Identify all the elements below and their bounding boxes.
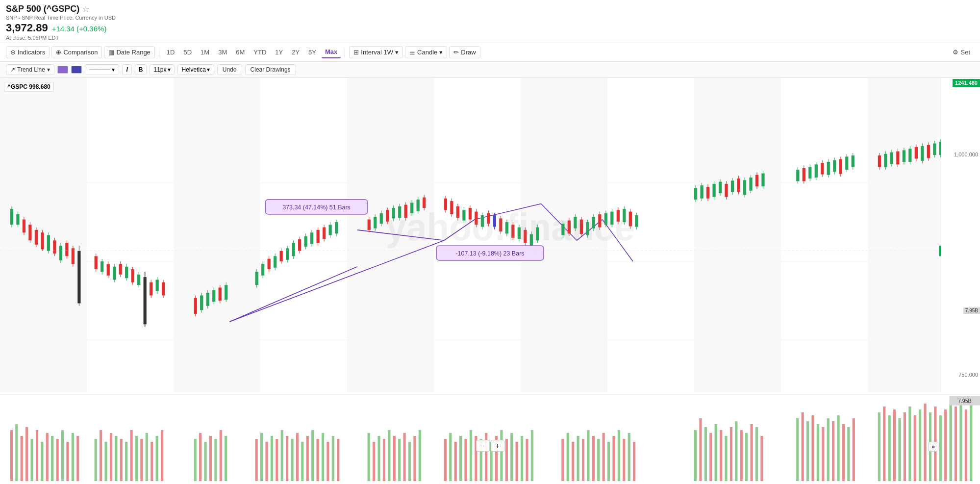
svg-rect-314 <box>317 439 319 481</box>
candle-icon: ⚌ <box>409 49 415 56</box>
svg-rect-315 <box>322 433 324 481</box>
chevron-down-icon3: ▾ <box>47 66 50 73</box>
svg-rect-4 <box>174 78 260 392</box>
period-max[interactable]: Max <box>322 46 341 58</box>
italic-button[interactable]: I <box>122 64 131 75</box>
period-3m[interactable]: 3M <box>215 47 230 58</box>
trend-line-icon: ↗ <box>10 66 15 73</box>
svg-rect-329 <box>419 430 421 481</box>
period-2y[interactable]: 2Y <box>288 47 303 58</box>
period-5y[interactable]: 5Y <box>305 47 320 58</box>
expand-button[interactable]: » <box>928 442 938 452</box>
svg-rect-391 <box>888 415 891 481</box>
svg-rect-345 <box>521 436 523 481</box>
svg-rect-407 <box>970 404 972 481</box>
svg-rect-397 <box>919 409 921 481</box>
interval-label: Interval 1W <box>361 49 393 56</box>
indicators-button[interactable]: ⊕ Indicators <box>6 46 50 58</box>
svg-rect-395 <box>908 407 911 481</box>
date-range-label: Date Range <box>116 49 150 56</box>
star-icon[interactable]: ☆ <box>82 4 89 14</box>
date-range-button[interactable]: ▦ Date Range <box>104 46 154 58</box>
svg-rect-289 <box>135 436 138 481</box>
settings-button[interactable]: ⚙ Set <box>949 47 974 58</box>
svg-rect-347 <box>531 430 533 481</box>
chevron-down-icon2: ▾ <box>439 49 443 56</box>
volume-chart-svg: 7.95B <box>0 394 980 481</box>
svg-rect-267 <box>10 430 13 481</box>
candle-group-2 <box>95 254 165 327</box>
pencil-icon: ✏ <box>453 49 459 56</box>
comparison-button[interactable]: ⊕ Comparison <box>51 46 102 58</box>
period-1m[interactable]: 1M <box>197 47 213 58</box>
svg-rect-332 <box>454 442 457 481</box>
svg-rect-291 <box>146 433 148 481</box>
font-family-button[interactable]: Helvetica ▾ <box>177 64 214 75</box>
svg-rect-309 <box>291 439 293 481</box>
svg-rect-376 <box>760 436 763 481</box>
svg-rect-401 <box>939 415 942 481</box>
period-5d[interactable]: 5D <box>180 47 195 58</box>
trend-line-button[interactable]: ↗ Trend Line ▾ <box>6 64 54 75</box>
line-style-button[interactable]: ───── ▾ <box>85 64 120 75</box>
draw-label: Draw <box>461 49 476 56</box>
svg-rect-301 <box>225 436 227 481</box>
svg-text:7.95B: 7.95B <box>958 398 971 404</box>
svg-rect-287 <box>125 442 127 481</box>
clear-label: Clear Drawings <box>251 66 291 73</box>
zoom-controls: − + <box>476 440 504 452</box>
separator1 <box>159 48 159 57</box>
svg-rect-381 <box>817 424 819 481</box>
svg-rect-303 <box>260 433 263 481</box>
svg-text:373.34 (47.14%) 51 Bars: 373.34 (47.14%) 51 Bars <box>282 204 351 211</box>
svg-rect-352 <box>582 439 584 481</box>
svg-rect-405 <box>959 401 962 481</box>
zoom-out-button[interactable]: − <box>476 440 490 452</box>
svg-rect-380 <box>811 415 814 481</box>
svg-rect-356 <box>603 433 605 481</box>
svg-rect-316 <box>327 442 329 481</box>
candle-group-4 <box>255 220 338 288</box>
interval-button[interactable]: ⊞ Interval 1W ▾ <box>349 46 403 58</box>
svg-rect-387 <box>847 427 850 481</box>
clear-drawings-button[interactable]: Clear Drawings <box>245 64 296 75</box>
zoom-in-button[interactable]: + <box>491 440 504 452</box>
font-size-button[interactable]: 11px ▾ <box>150 64 174 75</box>
undo-label: Undo <box>223 66 237 73</box>
undo-button[interactable]: Undo <box>217 64 242 75</box>
stock-title: S&P 500 (^GSPC) <box>6 4 79 14</box>
period-1d[interactable]: 1D <box>163 47 178 58</box>
svg-rect-386 <box>842 424 845 481</box>
svg-rect-268 <box>15 424 18 481</box>
svg-rect-403 <box>950 404 952 481</box>
svg-rect-297 <box>204 442 206 481</box>
svg-rect-335 <box>470 430 472 481</box>
chart-svg-area[interactable]: 373.34 (47.14%) 51 Bars -107.13 (-9.18%)… <box>0 78 980 481</box>
svg-text:-107.13 (-9.18%) 23 Bars: -107.13 (-9.18%) 23 Bars <box>455 250 524 257</box>
svg-rect-326 <box>403 433 406 481</box>
indicators-label: Indicators <box>18 49 45 56</box>
svg-rect-358 <box>612 436 615 481</box>
svg-rect-276 <box>56 439 59 481</box>
period-ytd[interactable]: YTD <box>250 47 270 58</box>
svg-rect-406 <box>965 409 967 481</box>
svg-rect-367 <box>715 424 717 481</box>
period-6m[interactable]: 6M <box>232 47 248 58</box>
draw-button[interactable]: ✏ Draw <box>449 46 480 58</box>
svg-rect-353 <box>587 430 589 481</box>
svg-text:yahoo!finance: yahoo!finance <box>386 206 635 248</box>
bold-button[interactable]: B <box>135 64 147 75</box>
candle-button[interactable]: ⚌ Candle ▾ <box>405 46 447 58</box>
svg-rect-385 <box>837 415 839 481</box>
svg-rect-354 <box>592 436 595 481</box>
fill-color-swatch[interactable] <box>57 66 68 74</box>
svg-rect-330 <box>444 439 447 481</box>
main-toolbar: ⊕ Indicators ⊕ Comparison ▦ Date Range 1… <box>0 43 980 62</box>
header-section: S&P 500 (^GSPC) ☆ SNP - SNP Real Time Pr… <box>0 0 980 43</box>
period-1y[interactable]: 1Y <box>272 47 286 58</box>
stock-subtitle: SNP - SNP Real Time Price. Currency in U… <box>6 15 974 21</box>
bold-label: B <box>139 66 143 73</box>
stroke-color-swatch[interactable] <box>71 66 82 74</box>
svg-rect-296 <box>199 433 201 481</box>
price-main: 3,972.89 <box>6 22 48 34</box>
